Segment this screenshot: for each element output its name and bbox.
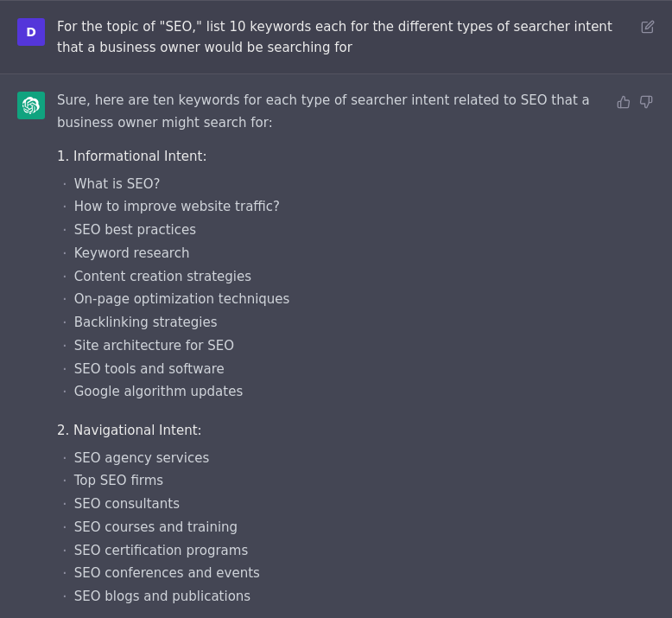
bullet-dot: · xyxy=(62,220,67,239)
thumbs-down-icon[interactable] xyxy=(637,92,655,118)
assistant-avatar xyxy=(17,92,45,119)
bullet-dot: · xyxy=(62,494,67,513)
assistant-message-content: Sure, here are ten keywords for each typ… xyxy=(57,90,603,618)
user-message-actions xyxy=(641,18,655,39)
list-item: ·What is SEO? xyxy=(62,174,603,195)
keyword-text: Content creation strategies xyxy=(74,266,251,288)
bullet-dot: · xyxy=(62,244,67,263)
list-item: ·SEO courses and training xyxy=(62,517,603,538)
keyword-text: Backlinking strategies xyxy=(74,312,218,334)
bullet-dot: · xyxy=(62,471,67,490)
keyword-text: SEO blogs and publications xyxy=(74,586,250,608)
keyword-text: Keyword research xyxy=(74,243,190,264)
keyword-text: What is SEO? xyxy=(74,174,161,195)
keyword-text: Top SEO firms xyxy=(74,470,163,492)
list-item: ·Backlinking strategies xyxy=(62,312,603,334)
user-message-text: For the topic of "SEO," list 10 keywords… xyxy=(57,16,629,58)
section-number-1: 1. Informational Intent: xyxy=(57,146,603,169)
bullet-dot: · xyxy=(62,336,67,355)
list-item: ·How to improve website traffic? xyxy=(62,196,603,218)
bullet-dot: · xyxy=(62,564,67,583)
bullet-dot: · xyxy=(62,290,67,309)
assistant-message-actions xyxy=(615,92,655,118)
section-number-2: 2. Navigational Intent: xyxy=(57,420,603,443)
chat-container: D For the topic of "SEO," list 10 keywor… xyxy=(0,0,672,618)
list-item: ·Google algorithm updates xyxy=(62,381,603,403)
bullet-dot: · xyxy=(62,175,67,194)
user-avatar: D xyxy=(17,18,45,46)
bullet-dot: · xyxy=(62,360,67,379)
section-item-2: 2. Navigational Intent: ·SEO agency serv… xyxy=(57,420,603,608)
list-item: ·SEO certification programs xyxy=(62,540,603,562)
list-item: ·Keyword research xyxy=(62,243,603,264)
list-item: ·Top SEO firms xyxy=(62,470,603,492)
list-item: ·SEO agency services xyxy=(62,448,603,469)
list-item: ·On-page optimization techniques xyxy=(62,289,603,310)
assistant-message-row: Sure, here are ten keywords for each typ… xyxy=(0,74,672,618)
section-label-1: Informational Intent: xyxy=(73,149,206,164)
list-item: ·SEO conferences and events xyxy=(62,563,603,584)
keywords-list-2: ·SEO agency services ·Top SEO firms ·SEO… xyxy=(57,448,603,608)
bullet-dot: · xyxy=(62,518,67,537)
keyword-text: Google algorithm updates xyxy=(74,381,244,403)
list-item: ·SEO blogs and publications xyxy=(62,586,603,608)
bullet-dot: · xyxy=(62,382,67,401)
user-message-row: D For the topic of "SEO," list 10 keywor… xyxy=(0,0,672,74)
bullet-dot: · xyxy=(62,267,67,286)
keyword-text: SEO certification programs xyxy=(74,540,249,562)
edit-icon[interactable] xyxy=(641,20,655,39)
keyword-text: How to improve website traffic? xyxy=(74,196,280,218)
keywords-list-1: ·What is SEO? ·How to improve website tr… xyxy=(57,174,603,404)
bullet-dot: · xyxy=(62,541,67,560)
section-label-2: Navigational Intent: xyxy=(73,423,202,438)
bullet-dot: · xyxy=(62,449,67,468)
keyword-text: SEO consultants xyxy=(74,494,180,515)
list-item: ·Content creation strategies xyxy=(62,266,603,288)
keyword-text: Site architecture for SEO xyxy=(74,335,234,357)
list-item: ·SEO tools and software xyxy=(62,359,603,380)
keyword-text: SEO best practices xyxy=(74,220,196,241)
keyword-text: On-page optimization techniques xyxy=(74,289,290,310)
keyword-text: SEO conferences and events xyxy=(74,563,260,584)
bullet-dot: · xyxy=(62,197,67,216)
section-item-1: 1. Informational Intent: ·What is SEO? ·… xyxy=(57,146,603,403)
bullet-dot: · xyxy=(62,313,67,332)
list-item: ·Site architecture for SEO xyxy=(62,335,603,357)
response-intro: Sure, here are ten keywords for each typ… xyxy=(57,90,603,134)
list-item: ·SEO consultants xyxy=(62,494,603,515)
thumbs-up-icon[interactable] xyxy=(615,92,632,118)
sections-list: 1. Informational Intent: ·What is SEO? ·… xyxy=(57,146,603,608)
list-item: ·SEO best practices xyxy=(62,220,603,241)
keyword-text: SEO courses and training xyxy=(74,517,238,538)
bullet-dot: · xyxy=(62,587,67,606)
keyword-text: SEO agency services xyxy=(74,448,209,469)
keyword-text: SEO tools and software xyxy=(74,359,225,380)
